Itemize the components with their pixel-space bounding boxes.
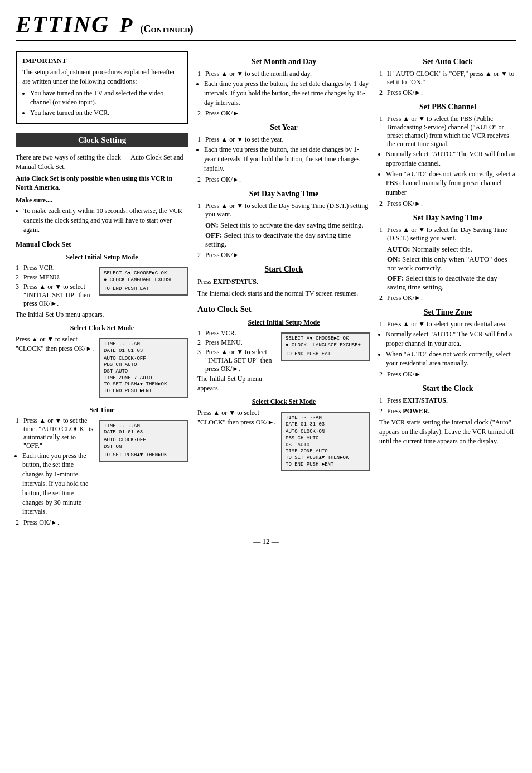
as1-l3: TO END PUSH EAT: [286, 351, 366, 358]
sdsr-auto-text: Normally select this.: [412, 245, 472, 253]
sdsl-on-text: Select this to activate the day saving t…: [220, 221, 364, 229]
main-content: IMPORTANT The setup and adjustment proce…: [16, 51, 516, 528]
set-month-day-title: Set Month and Day: [197, 57, 370, 66]
clock-intro: There are two ways of setting the clock …: [16, 153, 188, 172]
smd-s2-text: Press OK/►.: [205, 109, 241, 118]
select-initial-title: Select Initial Setup Mode: [16, 253, 188, 262]
sdsr-off-row: OFF: Select this to deactivate the day s…: [379, 274, 516, 292]
sdsl-on-label: ON:: [205, 221, 219, 229]
s2-l2: DATE 01 01 03: [104, 348, 184, 355]
set-time-block: 1 Press ▲ or ▼ to set the time. "AUTO CL…: [16, 417, 188, 529]
set-time-text: 1 Press ▲ or ▼ to set the time. "AUTO CL…: [16, 417, 95, 529]
as2-l1: TIME ·· ··AM: [286, 415, 366, 422]
sdsl-off-row: OFF: Select this to deactivate the day s…: [197, 231, 370, 249]
clock-bold-note: Auto Clock Set is only possible when usi…: [16, 174, 188, 193]
start-clock-body: Press EXIT/STATUS.: [197, 277, 370, 287]
auto-s3: 3Press ▲ or ▼ to select "INITIAL SET UP"…: [197, 348, 277, 373]
scr-note: The VCR starts setting the internal cloc…: [379, 418, 516, 446]
step-2: 2Press MENU.: [16, 273, 95, 282]
smd-bullets: Each time you press the button, the set …: [197, 79, 370, 107]
middle-column: Set Month and Day 1Press ▲ or ▼ to set t…: [197, 51, 370, 528]
start-clock-right-title: Start the Clock: [379, 384, 516, 393]
sdsl-s2-text: Press OK/►.: [205, 251, 241, 259]
screen1-line1: SELECT A▼ CHOOSE►C OK: [104, 270, 184, 277]
stz-s2-text: Press OK/►.: [387, 370, 423, 379]
s2-l3: AUTO CLOCK·OFF: [104, 356, 184, 363]
header-continued: (Continued): [141, 23, 194, 35]
auto-s1: 1Press VCR.: [197, 329, 277, 337]
as2-l3: AUTO CLOCK·ON: [286, 429, 366, 436]
auto-clock-body: Press ▲ or ▼ to select "CLOCK" then pres…: [197, 408, 277, 427]
scr-s2-text: Press POWER.: [387, 407, 430, 416]
as2-l5: DST AUTO: [286, 442, 366, 449]
pbs-bullet1: Normally select "AUTO." The VCR will fin…: [386, 149, 516, 168]
sdsl-step1: 1Press ▲ or ▼ to select the Day Saving T…: [197, 202, 370, 219]
auto-appears: The Initial Set Up menu appears.: [197, 374, 277, 393]
make-sure-bullet: To make each entry within 10 seconds; ot…: [23, 206, 188, 234]
stz-step2: 2Press OK/►.: [379, 370, 516, 379]
clock-mode-text: Press ▲ or ▼ to select "CLOCK" then pres…: [16, 335, 95, 354]
stz-bullet2: When "AUTO" does not work correctly, sel…: [386, 350, 516, 369]
page-number: — 12 —: [16, 537, 516, 546]
sdsr-on-row: ON: Select this only when "AUTO" does no…: [379, 255, 516, 273]
step-2-text: Press MENU.: [23, 273, 61, 282]
clock-setting-header: Clock Setting: [16, 133, 188, 147]
sdsr-step2: 2Press OK/►.: [379, 294, 516, 302]
sy-s2-text: Press OK/►.: [205, 176, 241, 184]
scr-s1-bold: EXIT/STATUS.: [403, 397, 448, 404]
as2-l4: PBS CH AUTO: [286, 436, 366, 442]
stz-step1: 1Press ▲ or ▼ to select your residential…: [379, 320, 516, 328]
right-column: Set Auto Clock 1If "AUTO CLOCK" is "OFF,…: [379, 51, 516, 528]
header-title-main: ETTING: [16, 11, 109, 38]
sy-bullets: Each time you press the button, the set …: [197, 145, 370, 173]
auto-initial-block: 1Press VCR. 2Press MENU. 3Press ▲ or ▼ t…: [197, 329, 370, 393]
auto-clock-text: Press ▲ or ▼ to select "CLOCK" then pres…: [197, 408, 277, 427]
set-time-bullets: Each time you press the button, the set …: [16, 451, 95, 517]
smd-bullet1: Each time you press the button, the set …: [204, 79, 370, 107]
s2-l4: PBS CH AUTO: [104, 362, 184, 369]
set-time-s2: Press OK/►.: [23, 519, 59, 527]
sdsr-auto-label: AUTO:: [387, 245, 410, 253]
important-item-1: You have turned on the TV and selected t…: [30, 89, 182, 108]
as2-l6: TIME ZONE AUTO: [286, 448, 366, 455]
sdsr-auto-row: AUTO: Normally select this.: [379, 245, 516, 254]
set-pbs-title: Set PBS Channel: [379, 103, 516, 112]
set-time-zone-title: Set Time Zone: [379, 308, 516, 317]
important-item-2: You have turned on the VCR.: [30, 108, 182, 118]
sy-step2: 2Press OK/►.: [197, 176, 370, 184]
set-time-step1: 1 Press ▲ or ▼ to set the time. "AUTO CL…: [16, 417, 95, 450]
sdsr-step1: 1Press ▲ or ▼ to select the Day Saving T…: [379, 226, 516, 243]
screen2-manual: TIME ·· ··AM DATE 01 01 03 AUTO CLOCK·OF…: [99, 338, 188, 398]
scr-s2-bold: POWER.: [403, 407, 429, 415]
sdsr-off-label: OFF:: [387, 274, 404, 282]
s2-l8: TO END PUSH ►ENT: [104, 388, 184, 395]
set-day-saving-mid-title: Set Day Saving Time: [197, 190, 370, 199]
pbs-step1: 1Press ▲ or ▼ to select the PBS (Public …: [379, 115, 516, 148]
manual-clock-title: Manual Clock Set: [16, 240, 188, 249]
sac-step2: 2Press OK/►.: [379, 89, 516, 97]
step-3: 3Press ▲ or ▼ to select "INITIAL SET UP"…: [16, 283, 95, 308]
step-3-text: Press ▲ or ▼ to select "INITIAL SET UP" …: [23, 283, 95, 308]
auto-select-initial-title: Select Initial Setup Mode: [197, 318, 370, 327]
start-clock-bold: EXIT/STATUS.: [213, 278, 258, 286]
as1-l2: ● CLOCK· LANGUAGE EXCUSE+: [286, 342, 366, 349]
smd-s1-text: Press ▲ or ▼ to set the month and day.: [205, 70, 312, 78]
pbs-s1-text: Press ▲ or ▼ to select the PBS (Public B…: [387, 115, 516, 148]
important-title: IMPORTANT: [22, 56, 182, 65]
start-clock-mid-title: Start Clock: [197, 265, 370, 274]
sac-s2-text: Press OK/►.: [387, 89, 423, 97]
important-list: You have turned on the TV and selected t…: [22, 89, 182, 118]
s2-l6: TIME ZONE 7 AUTO: [104, 375, 184, 382]
sdsl-step2: 2Press OK/►.: [197, 251, 370, 259]
auto-s2-text: Press MENU.: [205, 339, 243, 347]
set-auto-clock-title: Set Auto Clock: [379, 57, 516, 66]
screen2-auto: TIME ·· ··AM DATE 01 31 03 AUTO CLOCK·ON…: [281, 412, 370, 472]
sdsl-off-text: Select this to deactivate the day saving…: [205, 231, 351, 248]
as2-l8: TO END PUSH ►ENT: [286, 462, 366, 468]
initial-appears: The Initial Set Up menu appears.: [16, 310, 188, 320]
auto-s3-text: Press ▲ or ▼ to select "INITIAL SET UP" …: [205, 348, 277, 373]
set-time-bullet1: Each time you press the button, the set …: [22, 451, 95, 517]
screen3-manual: TIME ·· ··AM DATE 01 01 03 AUTO CLOCK·OF…: [99, 420, 188, 462]
stz-s1-text: Press ▲ or ▼ to select your residential …: [387, 320, 507, 328]
step-1-text: Press VCR.: [23, 264, 55, 272]
